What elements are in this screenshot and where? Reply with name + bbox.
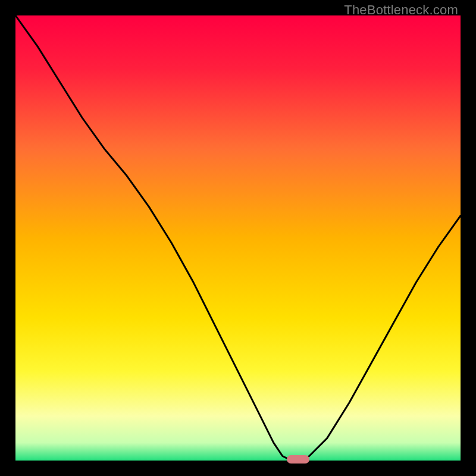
- bottleneck-curve: [15, 15, 461, 461]
- optimal-marker: [287, 455, 309, 464]
- watermark-text: TheBottleneck.com: [344, 2, 458, 18]
- chart-frame: TheBottleneck.com: [0, 0, 476, 476]
- plot-area: [15, 15, 461, 461]
